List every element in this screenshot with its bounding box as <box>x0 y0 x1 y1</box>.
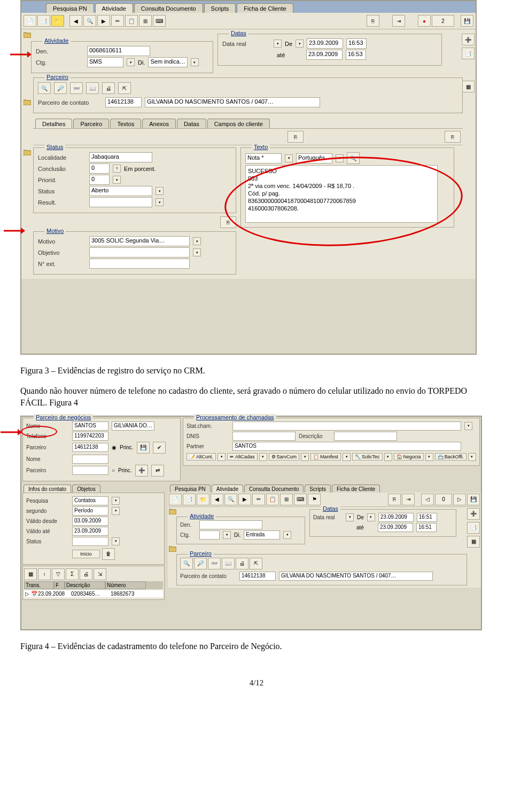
folder-icon[interactable] <box>24 99 31 105</box>
dup-icon[interactable]: ⎘ <box>367 15 379 27</box>
prioridade-field[interactable]: 0 <box>89 175 110 185</box>
lang-dropdown-icon[interactable]: ▾ <box>336 154 344 162</box>
record-icon[interactable]: ● <box>418 15 431 27</box>
out-icon[interactable]: ⇥ <box>392 15 405 27</box>
den-field[interactable]: 0068610611 <box>87 46 150 56</box>
exp3-icon[interactable]: ⇱ <box>250 558 262 569</box>
ctg2-field[interactable] <box>199 530 220 540</box>
partner-field[interactable]: SANTOS <box>232 442 461 451</box>
side-grid2-icon[interactable]: ▦ <box>467 536 480 548</box>
tab-infos-contato[interactable]: Infos do contato <box>24 485 71 493</box>
copy-icon[interactable]: 📑 <box>37 15 50 27</box>
rtab-atividade[interactable]: Atividade <box>212 485 243 493</box>
ctg-field[interactable]: SMS <box>87 57 123 67</box>
book-icon[interactable]: 📖 <box>86 82 99 94</box>
action-negocia[interactable]: 🏠Negocia <box>394 453 424 460</box>
table-row[interactable]: ▷ 📅 23.09.2008 02083465… 18682673 <box>24 590 163 597</box>
export2-icon[interactable]: ⇲ <box>94 568 106 580</box>
col-icon[interactable]: ▦ <box>24 568 37 580</box>
date-icon[interactable]: ▾ <box>274 40 282 48</box>
folder-icon[interactable] <box>24 149 31 155</box>
nome2-field[interactable]: GILVANIA DO… <box>112 421 154 431</box>
next-icon[interactable]: ▷ <box>453 494 466 505</box>
save-icon[interactable]: 💾 <box>461 15 473 27</box>
action-altcadas[interactable]: ✏AltCadas <box>227 453 258 460</box>
subtab-parceiro[interactable]: Parceiro <box>73 119 109 128</box>
new-icon[interactable]: 📄 <box>24 15 36 27</box>
grid-icon[interactable]: ⊞ <box>139 15 152 27</box>
rtab-scripts[interactable]: Scripts <box>305 485 331 493</box>
tab-pesquisa-pn[interactable]: Pesquisa PN <box>46 3 94 13</box>
detail-icon[interactable]: 🔍 <box>347 152 360 164</box>
folder-icon[interactable] <box>169 508 176 514</box>
action-solictec[interactable]: 🔧SolicTec <box>352 453 383 460</box>
trash-icon[interactable]: 🗑 <box>102 548 115 560</box>
tab-atividade[interactable]: Atividade <box>95 3 133 13</box>
nome1-field[interactable]: SANTOS <box>72 421 108 431</box>
den2-field[interactable] <box>199 520 262 529</box>
descricao-field[interactable] <box>334 432 397 441</box>
status-field[interactable]: Aberto <box>89 186 152 196</box>
glass3-icon[interactable]: 👓 <box>208 558 221 569</box>
side-grid-icon[interactable]: ▦ <box>462 81 475 92</box>
de-time-field[interactable]: 16:53 <box>346 38 367 49</box>
action-manifest[interactable]: 📋Manifest <box>310 453 341 460</box>
di-dropdown-icon[interactable]: ▾ <box>191 58 199 66</box>
sum-icon[interactable]: Σ <box>66 568 79 580</box>
rtab-consulta-doc[interactable]: Consulta Documento <box>244 485 304 493</box>
result-field[interactable] <box>89 197 152 207</box>
side-add2-icon[interactable]: ➕ <box>467 508 480 520</box>
search-icon[interactable]: 🔍 <box>83 15 96 27</box>
status2-field[interactable] <box>72 537 108 546</box>
copy2-icon[interactable]: 📑 <box>183 494 196 505</box>
motivo-field[interactable]: 3005 SOLIC Segunda Via… <box>89 236 190 246</box>
princ-radio[interactable]: ◉ <box>112 444 116 450</box>
subtab-campos-cliente[interactable]: Campos do cliente <box>207 119 270 128</box>
back-icon[interactable]: ◀ <box>69 15 82 27</box>
dup3-icon[interactable]: ⎘ <box>445 131 461 143</box>
glasses-icon[interactable]: 👓 <box>70 82 83 94</box>
tab-ficha-cliente[interactable]: Ficha de Cliente <box>237 3 293 13</box>
parceiro-name-field[interactable]: GILVANIA DO NASCIMENTO SANTOS / 0407… <box>145 97 320 107</box>
check-icon[interactable]: ✔ <box>153 442 166 454</box>
dnis-field[interactable] <box>232 432 296 441</box>
plus-icon[interactable]: ➕ <box>135 465 148 477</box>
valido-desde-field[interactable]: 03.09.2009 <box>72 517 108 526</box>
objetivo-field[interactable] <box>89 247 190 257</box>
action-altcont[interactable]: 📝AltCont. <box>186 453 216 460</box>
subtab-detalhes[interactable]: Detalhes <box>35 119 72 128</box>
idioma-field[interactable]: Português <box>296 153 332 163</box>
action-sarvcom[interactable]: ⚙SarvCom <box>269 453 300 460</box>
side-copy2-icon[interactable]: 📑 <box>467 522 480 534</box>
parc2-code-field[interactable]: 14612138 <box>239 572 276 581</box>
action-backoffi[interactable]: 📇BackOffi. <box>435 453 467 460</box>
subtab-textos[interactable]: Textos <box>110 119 141 128</box>
parceiro-code-field[interactable]: 14612138 <box>105 97 142 107</box>
rtab-pesquisa-pn[interactable]: Pesquisa PN <box>170 485 211 493</box>
print-icon[interactable]: 🖨 <box>102 82 115 94</box>
swap-icon[interactable]: ⇄ <box>151 465 164 477</box>
nome-empty-field[interactable] <box>72 455 108 464</box>
print2-icon[interactable]: 🖨 <box>80 568 92 580</box>
misc-icon[interactable]: ⚑ <box>308 494 321 505</box>
out2-icon[interactable]: ⇥ <box>402 494 415 505</box>
find2-icon[interactable]: 🔍 <box>224 494 237 505</box>
side-copy-icon[interactable]: 📑 <box>462 48 475 59</box>
telefone-field[interactable]: 1199742203 <box>72 432 108 441</box>
list-icon[interactable]: 📋 <box>125 15 138 27</box>
ate2-date-field[interactable]: 23.09.2009 <box>378 523 413 532</box>
folder-icon[interactable] <box>169 545 176 552</box>
inicio-button[interactable]: Início <box>72 550 100 558</box>
nota-field[interactable]: Nota * <box>245 153 282 163</box>
dup5-icon[interactable]: ⎘ <box>388 494 401 505</box>
book3-icon[interactable]: 📖 <box>222 558 235 569</box>
texto-area[interactable]: SUCESSO 003 2ª via com venc. 14/04/2009 … <box>245 165 438 223</box>
localidade-field[interactable]: Jabaquara <box>89 152 152 162</box>
sort-icon[interactable]: ↕ <box>38 568 51 580</box>
objetivo-dropdown-icon[interactable]: ▾ <box>193 248 201 256</box>
kbd2-icon[interactable]: ⌨ <box>294 494 307 505</box>
prior-dropdown-icon[interactable]: ▾ <box>113 176 121 184</box>
de-date-field[interactable]: 23.09.2009 <box>307 38 343 49</box>
dup2-icon[interactable]: ⎘ <box>287 131 304 143</box>
nota-dropdown-icon[interactable]: ▾ <box>285 154 293 162</box>
